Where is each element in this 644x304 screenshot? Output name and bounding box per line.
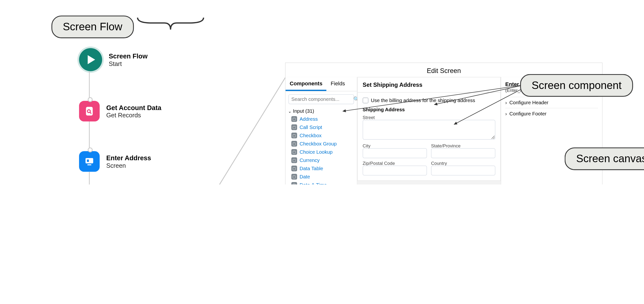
component-label: Choice Lookup xyxy=(300,149,333,155)
component-label: Currency xyxy=(300,157,320,163)
component-icon: ▢ xyxy=(292,116,297,122)
component-item[interactable]: ▢Data Table xyxy=(286,164,357,172)
flow-screen-sub: Screen xyxy=(106,162,151,169)
component-label: Date & Time xyxy=(300,182,327,184)
flow-getrec-title: Get Account Data xyxy=(106,104,161,112)
zip-label: Zip/Postal Code xyxy=(363,161,427,166)
state-input[interactable] xyxy=(431,148,495,158)
callout-screen-component: Screen component xyxy=(520,74,633,97)
component-item[interactable]: ▢Checkbox Group xyxy=(286,140,357,148)
component-label: Checkbox xyxy=(300,132,322,138)
state-label: State/Province xyxy=(431,143,495,148)
component-icon: ▢ xyxy=(292,149,297,155)
component-label: Data Table xyxy=(300,166,323,172)
callout-screen-canvas: Screen canvas xyxy=(565,148,644,170)
play-icon xyxy=(79,48,102,71)
component-label: Date xyxy=(300,174,310,180)
country-label: Country xyxy=(431,161,495,166)
component-icon: ▢ xyxy=(292,141,297,147)
component-icon: ▢ xyxy=(292,174,297,180)
component-label: Call Script xyxy=(300,124,322,130)
flow-start-node[interactable]: Screen Flow Start xyxy=(79,48,252,71)
component-icon: ▢ xyxy=(292,166,297,172)
svg-rect-5 xyxy=(88,164,92,165)
tab-components[interactable]: Components xyxy=(286,77,326,91)
svg-rect-3 xyxy=(86,158,93,164)
component-icon: ▢ xyxy=(292,132,297,138)
svg-rect-4 xyxy=(87,160,89,162)
component-label: Address xyxy=(300,116,318,122)
flow-start-sub: Start xyxy=(109,60,148,67)
country-input[interactable] xyxy=(431,166,495,176)
city-input[interactable] xyxy=(363,148,427,158)
chevron-down-icon: ⌄ xyxy=(288,109,292,114)
component-item[interactable]: ▢Choice Lookup xyxy=(286,148,357,156)
flow-screen-title: Enter Address xyxy=(106,154,151,162)
screen-icon xyxy=(79,151,100,172)
component-icon: ▢ xyxy=(292,157,297,163)
flow-getrec-sub: Get Records xyxy=(106,111,161,118)
component-icon: ▢ xyxy=(292,124,297,130)
flow-start-title: Screen Flow xyxy=(109,52,148,60)
component-item[interactable]: ▢Currency xyxy=(286,156,357,164)
component-label: Checkbox Group xyxy=(300,141,337,147)
zoom-wedge xyxy=(186,69,294,184)
callout-screen-flow: Screen Flow xyxy=(51,16,134,38)
component-item[interactable]: ▢Date xyxy=(286,172,357,181)
zip-input[interactable] xyxy=(363,166,427,176)
component-item[interactable]: ▢Date & Time xyxy=(286,181,357,184)
component-icon: ▢ xyxy=(292,182,297,184)
city-label: City xyxy=(363,143,427,148)
get-records-icon xyxy=(79,101,100,122)
screen-flow-callout: Screen Flow xyxy=(5,13,252,38)
